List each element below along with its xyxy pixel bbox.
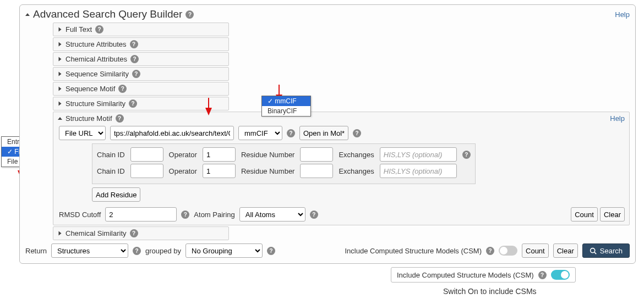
- section-label: Full Text: [66, 25, 92, 34]
- residue-number-label: Residue Number: [241, 167, 295, 175]
- format-select[interactable]: mmCIF: [238, 126, 282, 140]
- help-icon[interactable]: ?: [132, 70, 140, 78]
- svg-line-1: [594, 252, 596, 253]
- section-chemical-similarity[interactable]: Chemical Similarity ?: [53, 226, 229, 240]
- svg-point-0: [590, 248, 594, 252]
- motif-count-button[interactable]: Count: [571, 207, 598, 222]
- residue-block: Chain ID Operator Residue Number Exchang…: [92, 143, 476, 184]
- help-icon[interactable]: ?: [538, 271, 547, 279]
- help-icon[interactable]: ?: [287, 129, 295, 137]
- help-icon[interactable]: ?: [118, 85, 127, 93]
- help-icon[interactable]: ?: [116, 114, 124, 123]
- atom-pairing-select[interactable]: All Atoms: [239, 207, 305, 222]
- chevron-up-icon[interactable]: [58, 117, 62, 120]
- residue-row: Chain ID Operator Residue Number Exchang…: [97, 147, 471, 162]
- return-label: Return: [25, 247, 47, 255]
- help-icon[interactable]: ?: [130, 229, 138, 237]
- chevron-right-icon: [59, 72, 62, 76]
- section-sequence-motif[interactable]: Sequence Motif ?: [53, 82, 229, 96]
- residue-number-input[interactable]: [300, 164, 333, 178]
- csm-caption: Switch On to include CSMs: [443, 287, 636, 296]
- help-icon[interactable]: ?: [130, 55, 139, 63]
- footer-clear-button[interactable]: Clear: [553, 243, 578, 258]
- motif-clear-button[interactable]: Clear: [600, 207, 625, 222]
- chevron-right-icon: [59, 42, 62, 47]
- exchanges-label: Exchanges: [339, 151, 374, 159]
- format-option-mmcif[interactable]: mmCIF: [262, 96, 310, 106]
- section-structure-similarity[interactable]: Structure Similarity ?: [53, 97, 229, 110]
- csm-standalone-label: Include Computed Structure Models (CSM): [397, 271, 534, 279]
- help-icon[interactable]: ?: [353, 129, 361, 137]
- exchanges-input[interactable]: [380, 147, 457, 162]
- exchanges-label: Exchanges: [339, 167, 374, 175]
- chevron-right-icon: [59, 57, 62, 62]
- residue-row: Chain ID Operator Residue Number Exchang…: [97, 164, 471, 178]
- section-sequence-similarity[interactable]: Sequence Similarity ?: [53, 67, 229, 81]
- panel-collapse-caret-icon[interactable]: [25, 13, 30, 16]
- footer-count-button[interactable]: Count: [522, 243, 549, 258]
- help-icon[interactable]: ?: [267, 247, 275, 255]
- csm-standalone-card: Include Computed Structure Models (CSM) …: [391, 267, 576, 283]
- footer-row: Return Structures ? grouped by No Groupi…: [25, 243, 630, 258]
- help-icon[interactable]: ?: [310, 211, 318, 219]
- rmsd-input[interactable]: [105, 207, 177, 222]
- section-full-text[interactable]: Full Text ?: [53, 23, 229, 36]
- residue-number-input[interactable]: [300, 147, 333, 162]
- add-residue-button[interactable]: Add Residue: [92, 187, 140, 202]
- search-button-label: Search: [600, 247, 623, 255]
- source-select[interactable]: File URL: [59, 126, 106, 140]
- section-label: Chemical Similarity: [66, 229, 127, 237]
- operator-input[interactable]: [203, 164, 236, 178]
- grouped-by-label: grouped by: [145, 247, 181, 255]
- section-structure-attributes[interactable]: Structure Attributes ?: [53, 37, 229, 51]
- search-icon: [590, 247, 597, 254]
- help-icon[interactable]: ?: [95, 25, 103, 34]
- section-label: Sequence Similarity: [66, 70, 129, 78]
- search-button[interactable]: Search: [582, 243, 630, 258]
- exchanges-input[interactable]: [380, 164, 457, 178]
- section-chemical-attributes[interactable]: Chemical Attributes ?: [53, 52, 229, 66]
- help-icon[interactable]: ?: [181, 211, 189, 219]
- csm-label: Include Computed Structure Models (CSM): [345, 247, 482, 255]
- chevron-right-icon: [59, 231, 62, 236]
- chain-id-input[interactable]: [130, 147, 163, 162]
- panel-title-row: Advanced Search Query Builder ?: [25, 8, 194, 20]
- section-label: Chemical Attributes: [66, 55, 127, 63]
- help-icon[interactable]: ?: [462, 151, 471, 159]
- operator-input[interactable]: [203, 147, 236, 162]
- csm-toggle-on[interactable]: [551, 270, 570, 280]
- help-icon[interactable]: ?: [486, 247, 494, 255]
- help-icon[interactable]: ?: [130, 40, 138, 48]
- rmsd-label: RMSD Cutoff: [59, 211, 101, 219]
- format-option-binarycif[interactable]: BinaryCIF: [262, 106, 310, 116]
- open-in-mol-button[interactable]: Open in Mol*: [299, 126, 348, 140]
- operator-label: Operator: [169, 151, 197, 159]
- help-icon[interactable]: ?: [129, 99, 137, 108]
- chevron-right-icon: [59, 87, 62, 91]
- chain-id-label: Chain ID: [97, 151, 125, 159]
- panel-title: Advanced Search Query Builder: [33, 8, 182, 20]
- section-structure-motif: Structure Motif ? Help mmCIF BinaryCIF F…: [53, 112, 630, 225]
- help-link[interactable]: Help: [615, 10, 630, 19]
- chain-id-label: Chain ID: [97, 167, 125, 175]
- operator-label: Operator: [169, 167, 197, 175]
- section-label: Sequence Motif: [66, 85, 115, 93]
- section-label: Structure Similarity: [66, 99, 125, 108]
- atom-pairing-label: Atom Pairing: [194, 211, 234, 219]
- csm-toggle-off[interactable]: [499, 246, 517, 256]
- help-icon[interactable]: ?: [133, 247, 141, 255]
- chevron-right-icon: [59, 102, 62, 106]
- chain-id-input[interactable]: [130, 164, 163, 178]
- section-label: Structure Attributes: [66, 40, 127, 48]
- format-options-popup: mmCIF BinaryCIF: [261, 96, 311, 117]
- query-builder-panel: Advanced Search Query Builder ? Help Ful…: [19, 4, 636, 264]
- return-select[interactable]: Structures: [51, 243, 128, 258]
- section-label: Structure Motif: [66, 114, 112, 123]
- chevron-right-icon: [59, 27, 62, 32]
- grouping-select[interactable]: No Grouping: [185, 243, 263, 258]
- motif-help-link[interactable]: Help: [610, 114, 625, 123]
- help-icon[interactable]: ?: [185, 10, 194, 19]
- file-url-input[interactable]: [110, 126, 234, 140]
- annotation-arrow-url: [205, 108, 212, 115]
- residue-number-label: Residue Number: [241, 151, 295, 159]
